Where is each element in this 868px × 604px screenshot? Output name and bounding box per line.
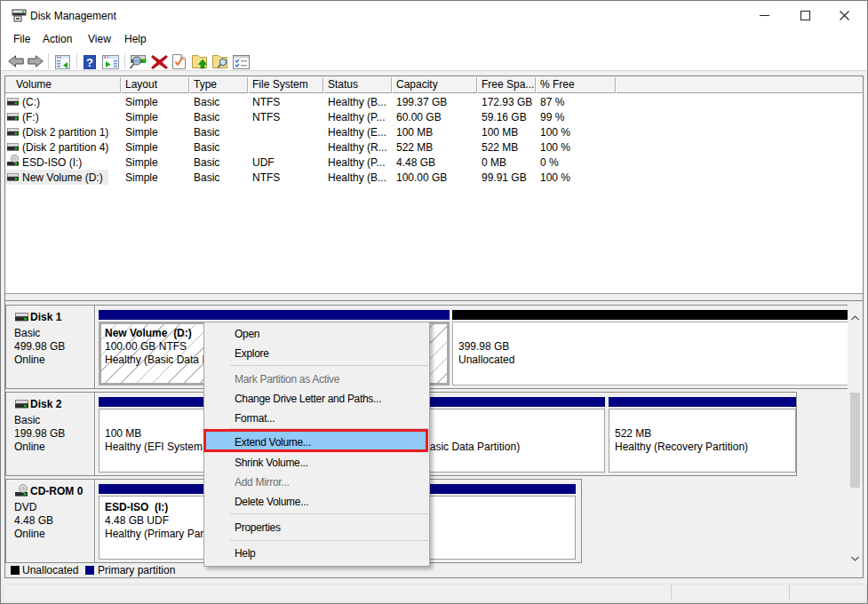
svg-text:?: ?	[86, 56, 93, 69]
